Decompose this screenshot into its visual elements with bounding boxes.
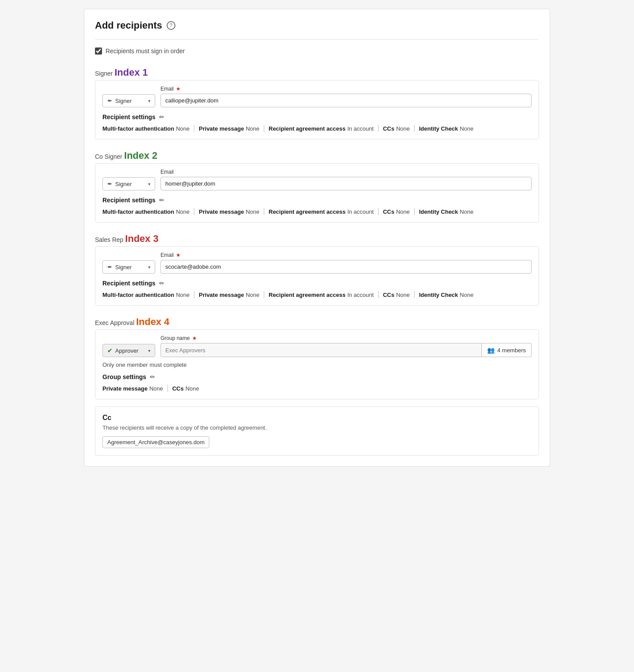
settings-item-2-mfa: Multi-factor authentication None: [102, 208, 189, 215]
group-edit-icon[interactable]: ✏: [150, 373, 155, 380]
edit-icon-3[interactable]: ✏: [159, 280, 164, 287]
recipient-label-4: Exec Approval: [95, 319, 135, 326]
recipient-section-2: Role ✒ Signer ▾ Email Recipient settings…: [95, 163, 539, 223]
role-select-4[interactable]: ✔ Approver ▾: [102, 344, 155, 357]
role-select-arrow-2: ▾: [148, 182, 150, 186]
divider: [194, 125, 194, 132]
email-field-label-3: Email ★: [160, 252, 532, 258]
recipient-body-1: Role ✒ Signer ▾ Email ★ Recipient settin…: [95, 80, 539, 139]
settings-item-1-mfa: Multi-factor authentication None: [102, 125, 189, 132]
role-select-text-3: Signer: [115, 264, 146, 270]
cc-title: Cc: [102, 414, 532, 422]
email-field-label-2: Email: [160, 169, 532, 175]
settings-detail-2: Multi-factor authentication None Private…: [102, 208, 532, 215]
cc-description: These recipients will receive a copy of …: [102, 424, 532, 431]
cc-email-tag[interactable]: Agreement_Archive@caseyjones.dom: [102, 436, 209, 448]
divider: [194, 291, 194, 298]
recipient-body-2: Role ✒ Signer ▾ Email Recipient settings…: [95, 164, 539, 222]
recipient-section-1: Role ✒ Signer ▾ Email ★ Recipient settin…: [95, 80, 539, 139]
settings-item-1-raa: Recipient agreement access In account: [269, 125, 374, 132]
divider: [378, 208, 379, 215]
settings-item-3-ic: Identity Check None: [419, 291, 474, 298]
checkbox-row: Recipients must sign in order: [95, 47, 539, 55]
group-settings-label: Group settings: [102, 373, 146, 380]
role-select-3[interactable]: ✒ Signer ▾: [102, 260, 155, 274]
approver-role-icon: ✔: [107, 347, 113, 354]
role-select-1[interactable]: ✒ Signer ▾: [102, 94, 155, 107]
settings-item-2-ccs: CCs None: [383, 208, 410, 215]
page-header: Add recipients ?: [95, 20, 539, 40]
settings-label-3: Recipient settings: [102, 280, 156, 287]
recipient-label-1: Signer: [95, 70, 113, 77]
page-title: Add recipients: [95, 20, 162, 31]
settings-item-1-pm: Private message None: [199, 125, 259, 132]
role-select-text-4: Approver: [115, 347, 146, 354]
group-name-row: Role ✔ Approver ▾ Group name ★ 👥 4 membe…: [102, 335, 532, 357]
email-input-3[interactable]: [160, 260, 532, 274]
only-one-text: Only one member must complete: [102, 362, 532, 368]
divider: [194, 208, 194, 215]
email-row-1: Role ✒ Signer ▾ Email ★: [102, 86, 532, 107]
settings-item-2-pm: Private message None: [199, 208, 259, 215]
settings-row-2: Recipient settings ✏: [102, 197, 532, 204]
group-settings-item-pm: Private message None: [102, 385, 163, 392]
divider: [414, 208, 415, 215]
group-settings-row: Group settings ✏: [102, 373, 532, 380]
edit-icon-2[interactable]: ✏: [159, 197, 164, 204]
recipient-body-4: Role ✔ Approver ▾ Group name ★ 👥 4 membe…: [95, 330, 539, 399]
email-field-wrapper-2: Email: [160, 169, 532, 190]
recipient-index-3: Index 3: [125, 233, 159, 245]
signer-role-icon-1: ✒: [107, 97, 113, 104]
group-name-input-row: 👥 4 members: [160, 343, 532, 357]
recipient-header-1: Signer Index 1: [95, 63, 539, 80]
email-row-2: Role ✒ Signer ▾ Email: [102, 169, 532, 190]
cc-email-value: Agreement_Archive@caseyjones.dom: [107, 439, 204, 446]
email-input-1[interactable]: [160, 94, 532, 107]
settings-item-1-ccs: CCs None: [383, 125, 410, 132]
recipient-header-2: Co Signer Index 2: [95, 146, 539, 163]
help-icon[interactable]: ?: [167, 21, 175, 30]
role-select-2[interactable]: ✒ Signer ▾: [102, 177, 155, 190]
recipient-header-3: Sales Rep Index 3: [95, 230, 539, 246]
settings-detail-3: Multi-factor authentication None Private…: [102, 291, 532, 298]
divider: [414, 291, 415, 298]
settings-item-1-ic: Identity Check None: [419, 125, 474, 132]
divider: [378, 291, 379, 298]
settings-row-1: Recipient settings ✏: [102, 113, 532, 121]
group-name-label: Group name ★: [160, 335, 532, 341]
recipient-section-4: Role ✔ Approver ▾ Group name ★ 👥 4 membe…: [95, 329, 539, 399]
edit-icon-1[interactable]: ✏: [159, 113, 164, 121]
members-badge: 👥 4 members: [482, 343, 532, 357]
email-required-3: ★: [176, 252, 181, 258]
page-container: Add recipients ? Recipients must sign in…: [84, 9, 550, 467]
email-input-2[interactable]: [160, 177, 532, 190]
recipient-header-4: Exec Approval Index 4: [95, 313, 539, 329]
signer-role-icon-3: ✒: [107, 263, 113, 270]
group-name-input[interactable]: [160, 343, 482, 357]
settings-item-3-ccs: CCs None: [383, 291, 410, 298]
email-field-wrapper-3: Email ★: [160, 252, 532, 274]
divider: [414, 125, 415, 132]
settings-item-3-mfa: Multi-factor authentication None: [102, 291, 189, 298]
group-settings-item-ccs: CCs None: [172, 385, 199, 392]
role-select-text-1: Signer: [115, 98, 146, 104]
email-field-label-1: Email ★: [160, 86, 532, 92]
recipient-index-4: Index 4: [136, 316, 170, 328]
settings-detail-1: Multi-factor authentication None Private…: [102, 125, 532, 132]
settings-item-3-raa: Recipient agreement access In account: [269, 291, 374, 298]
recipient-body-3: Role ✒ Signer ▾ Email ★ Recipient settin…: [95, 247, 539, 305]
email-required-1: ★: [176, 86, 181, 92]
sign-in-order-checkbox[interactable]: [95, 47, 102, 55]
role-select-text-2: Signer: [115, 181, 146, 187]
recipient-index-2: Index 2: [124, 150, 157, 161]
settings-item-3-pm: Private message None: [199, 291, 259, 298]
checkbox-label: Recipients must sign in order: [106, 47, 185, 55]
recipient-label-2: Co Signer: [95, 153, 122, 160]
email-row-3: Role ✒ Signer ▾ Email ★: [102, 252, 532, 274]
role-select-arrow-3: ▾: [148, 265, 150, 270]
divider: [264, 125, 264, 132]
group-settings-detail: Private message None CCs None: [102, 385, 532, 392]
settings-label-1: Recipient settings: [102, 113, 156, 121]
signer-role-icon-2: ✒: [107, 180, 113, 187]
cc-section: Cc These recipients will receive a copy …: [95, 406, 539, 456]
